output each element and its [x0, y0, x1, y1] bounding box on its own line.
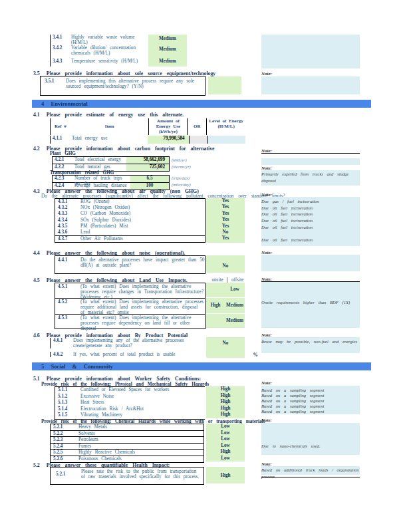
row-ref: 5.1.4 — [55, 406, 80, 413]
answer-cell[interactable]: Low — [206, 430, 245, 437]
table-row-5-2-1: 5.2.1 Please rate the risk to the public… — [50, 467, 204, 485]
row-label: Poisonous Chemicals — [78, 456, 204, 463]
row-label: Please rate the risk to the public from … — [81, 467, 204, 484]
row-ref: 5.2.2 — [51, 431, 78, 437]
row-label: Heat Stress — [80, 400, 205, 406]
answer-cell[interactable]: Low — [206, 436, 245, 443]
note-cell-transport-ghg[interactable]: Primarily expelled from trucks and sludg… — [261, 170, 360, 186]
answer-cell[interactable]: Yes — [206, 223, 245, 229]
answer-cell-5-2-1[interactable]: High — [206, 467, 245, 483]
row-label: Other Air Pollutants — [80, 236, 205, 242]
row-label: Vibrating Machinery — [80, 412, 205, 419]
offsite-cell[interactable]: Medium — [225, 314, 245, 328]
note-cell-health-impact[interactable]: Based on additional truck loads / organi… — [261, 466, 360, 475]
answer-cell[interactable]: High — [206, 386, 245, 393]
answer-cell[interactable]: Low — [206, 456, 245, 462]
row-ref: 5.1.5 — [55, 412, 80, 419]
value-cell[interactable]: 58,662,699 — [126, 157, 169, 164]
answer-cell[interactable]: Yes — [206, 211, 245, 217]
question-number: 5.2 — [33, 462, 40, 468]
answer-cell[interactable]: No — [206, 229, 245, 235]
answer-cell[interactable]: Yes — [206, 235, 245, 241]
row-ref: 5.2.5 — [51, 450, 78, 456]
row-label: Total energy use — [72, 136, 148, 144]
note-cell-noise[interactable] — [261, 255, 360, 271]
offsite-cell[interactable]: Medium — [225, 298, 245, 313]
col-header-ref: Ref # — [51, 118, 70, 135]
row-label: CO (Carbon Monoxide) — [80, 211, 205, 217]
answer-cell[interactable]: Medium — [148, 59, 187, 66]
table-row: 4.3.5PM (Particulates) Mist — [55, 223, 205, 229]
onsite-cell[interactable] — [206, 314, 225, 328]
unit-label: (kWh/yr) — [172, 158, 187, 162]
answer-cell[interactable]: Yes — [206, 204, 245, 210]
answer-cell[interactable]: Yes — [206, 217, 245, 223]
note-cell-byproduct[interactable]: Reuse may be possible, non-fuel and ener… — [261, 337, 360, 353]
table-row-4-5-3: 4.5.3 (To what extent) Does implementing… — [55, 314, 206, 329]
note-line: Based on a sampling segment — [261, 392, 360, 398]
answer-cell-4-4-1[interactable]: No — [206, 255, 245, 273]
note-line: Due oil fuel incineration — [261, 211, 360, 217]
answer-cell[interactable]: High — [206, 399, 245, 406]
offsite-cell[interactable]: Low — [225, 283, 245, 297]
question-number: 3.5 — [33, 70, 40, 76]
row-label: (To what extent) Does implementing the a… — [80, 315, 205, 329]
answer-cell[interactable]: Medium — [148, 35, 187, 47]
onsite-cell[interactable]: High — [206, 298, 225, 313]
answer-row-4-5-3: Medium — [206, 314, 245, 328]
note-cell-physical-hazards[interactable]: Based on a sampling segment Based on a s… — [261, 386, 360, 414]
row-ref: 4.5.3 — [55, 315, 80, 329]
row-label: Temperature sensitivity (H/M/L) — [71, 59, 150, 66]
note-cell-plant-ghg[interactable] — [261, 153, 360, 165]
row-label: Highly Reactive Chemicals — [78, 450, 204, 456]
level-cell[interactable] — [207, 136, 245, 144]
row-ref: 4.4.1 — [55, 256, 80, 273]
row-label: Variable dilution/ concentration chemica… — [71, 45, 150, 59]
value-cell[interactable]: 6.5 — [130, 176, 169, 182]
table-row: 4.2.1 Total electrical energy 58,662,699 — [53, 157, 169, 164]
table-5-1: 5.1.1Confined or Elevated Spaces for wor… — [55, 386, 205, 420]
answer-cell[interactable]: Medium — [148, 47, 187, 59]
table-header-4-1: Ref # Item Amount of Energy Use (kWh/yr)… — [50, 118, 245, 135]
row-ref: 4.3.6 — [55, 229, 80, 235]
answer-cell[interactable]: Yes — [206, 198, 245, 204]
note-cell-3-5[interactable] — [261, 76, 360, 94]
answer-cell[interactable]: Low — [206, 443, 245, 450]
question-number: 4.6 — [33, 332, 40, 338]
row-ref: 3.4.2 — [51, 45, 71, 59]
row-ref: 4.2.3 — [53, 176, 74, 182]
note-cell-air-quality[interactable]: Due gas / fuel incineration Due oil fuel… — [261, 197, 360, 246]
answer-cell[interactable]: No — [206, 337, 245, 350]
table-row-4-6-1: 4.6.1 Does implementing any of the alter… — [50, 338, 205, 348]
note-label: Note: — [261, 71, 272, 76]
row-ref: 5.1.2 — [55, 394, 80, 400]
table-row: 5.2.4Fumes — [51, 444, 204, 450]
or-cell[interactable] — [189, 136, 207, 144]
table-row-4-6-2: 4.6.2 If yes, what percent of total prod… — [50, 352, 205, 357]
answer-cell[interactable] — [206, 350, 245, 358]
question-number: 4.4 — [33, 250, 40, 256]
onsite-cell[interactable] — [206, 283, 225, 297]
table-row: 5.1.5Vibrating Machinery — [55, 412, 205, 419]
answer-cell[interactable]: High — [206, 449, 245, 456]
answer-cell[interactable]: High — [206, 393, 245, 400]
question-number: 4.3 — [33, 188, 40, 194]
note-label: Note: — [261, 380, 272, 386]
value-cell[interactable]: 79,990,584 — [148, 136, 188, 144]
answer-cell[interactable]: High — [206, 412, 245, 418]
answer-cell-3-5-1[interactable] — [208, 76, 241, 94]
table-row: 5.2.2Solvents — [51, 431, 204, 438]
answer-cell[interactable]: Low — [206, 424, 245, 430]
note-cell-top[interactable] — [261, 35, 360, 68]
note-cell-land-use[interactable]: Onsite requirements higher than BDF (1X) — [261, 281, 360, 328]
table-row: 4.3.2NOx (Nitrogen Oxides) — [55, 205, 205, 211]
table-row: 5.1.2Excessive Noise — [55, 394, 205, 400]
row-ref: 4.3.1 — [55, 199, 80, 205]
note-cell-chemical-hazards[interactable]: Due to nano-chemicals used. — [261, 423, 360, 455]
note-line: Based on a sampling segment — [261, 408, 360, 414]
answer-cell[interactable]: High — [206, 406, 245, 412]
value-cell[interactable]: 725,602 — [126, 164, 169, 171]
row-ref: 4.5.2 — [55, 299, 80, 314]
row-label: Does implementing this alternative proce… — [66, 76, 205, 95]
table-row: 5.2.1Heavy Metals — [51, 424, 204, 431]
